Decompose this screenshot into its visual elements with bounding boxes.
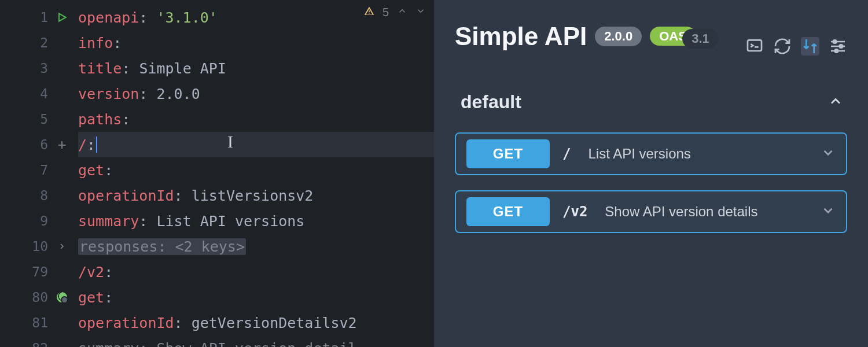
gutter-spacer bbox=[55, 265, 69, 279]
gutter-row: 5 bbox=[0, 106, 78, 132]
http-method-badge: GET bbox=[466, 197, 550, 226]
refresh-icon[interactable] bbox=[773, 37, 792, 56]
operations-list: GET/List API versionsGET/v2Show API vers… bbox=[455, 132, 847, 233]
line-number: 6 bbox=[25, 137, 48, 152]
gutter-row: 82 bbox=[0, 335, 78, 347]
gutter-row: 2 bbox=[0, 30, 78, 56]
gutter-spacer bbox=[55, 87, 69, 101]
gutter-row: 1 bbox=[0, 5, 78, 30]
svg-rect-0 bbox=[748, 40, 762, 51]
terminal-icon[interactable] bbox=[745, 37, 764, 56]
code-line[interactable]: version: 2.0.0 bbox=[78, 81, 434, 106]
gutter-row: 79 bbox=[0, 259, 78, 285]
preview-toolbar bbox=[745, 37, 847, 56]
editor-diagnostics[interactable]: 5 bbox=[364, 6, 426, 19]
chevron-down-icon[interactable] bbox=[821, 203, 836, 220]
code-line[interactable]: summary: List API versions bbox=[78, 208, 434, 234]
gutter-spacer bbox=[55, 341, 69, 347]
code-line[interactable]: info: bbox=[78, 30, 434, 56]
code-line[interactable]: paths: bbox=[78, 106, 434, 132]
code-editor[interactable]: 123456+7891079808182 I openapi: '3.1.0'i… bbox=[0, 0, 434, 347]
oas-version-badge: 3.1 bbox=[682, 29, 719, 49]
settings-sliders-icon[interactable] bbox=[829, 37, 847, 56]
chevron-up-icon bbox=[827, 93, 844, 112]
http-method-badge: GET bbox=[466, 139, 550, 168]
operation-path: /v2 bbox=[562, 204, 587, 220]
gutter-row: 8 bbox=[0, 183, 78, 208]
add-line-icon[interactable]: + bbox=[55, 138, 69, 152]
line-number: 79 bbox=[25, 264, 48, 279]
line-number: 5 bbox=[25, 112, 48, 127]
operation-summary: List API versions bbox=[588, 146, 690, 162]
line-number: 10 bbox=[25, 239, 48, 254]
gutter-row: 80 bbox=[0, 285, 78, 310]
unfold-icon[interactable] bbox=[55, 239, 69, 253]
next-problem-icon[interactable] bbox=[415, 6, 426, 19]
version-badge: 2.0.0 bbox=[595, 27, 642, 46]
line-number: 81 bbox=[25, 315, 48, 330]
operation-row[interactable]: GET/List API versions bbox=[455, 132, 847, 175]
line-number: 7 bbox=[25, 163, 48, 178]
sync-scroll-icon[interactable] bbox=[801, 37, 819, 56]
gutter-spacer bbox=[55, 36, 69, 50]
editor-code-area[interactable]: I openapi: '3.1.0'info: title: Simple AP… bbox=[78, 0, 434, 347]
warnings-count: 5 bbox=[382, 6, 389, 19]
line-number: 82 bbox=[25, 341, 48, 347]
svg-point-2 bbox=[840, 45, 843, 47]
code-line[interactable]: title: Simple API bbox=[78, 56, 434, 81]
svg-point-3 bbox=[835, 49, 838, 52]
gutter-spacer bbox=[55, 163, 69, 177]
chevron-down-icon[interactable] bbox=[821, 145, 836, 163]
warning-icon bbox=[364, 6, 374, 19]
gutter-row: 4 bbox=[0, 81, 78, 106]
run-icon[interactable] bbox=[55, 10, 69, 24]
gutter-row: 3 bbox=[0, 56, 78, 81]
api-preview-panel: Simple API 2.0.0 OAS 3.1 default GET/Lis… bbox=[434, 0, 868, 347]
gutter-row: 7 bbox=[0, 157, 78, 183]
editor-gutter: 123456+7891079808182 bbox=[0, 0, 78, 347]
line-number: 9 bbox=[25, 213, 48, 228]
api-title: Simple API bbox=[455, 22, 587, 51]
code-line[interactable]: /: bbox=[78, 132, 434, 157]
code-line[interactable]: summary: Show API version detail bbox=[78, 335, 434, 347]
code-line[interactable]: get: bbox=[78, 157, 434, 183]
code-line[interactable]: operationId: getVersionDetailsv2 bbox=[78, 310, 434, 335]
line-number: 2 bbox=[25, 35, 48, 50]
oas-badge-group: OAS 3.1 bbox=[650, 29, 696, 44]
operation-row[interactable]: GET/v2Show API version details bbox=[455, 190, 847, 233]
line-number: 3 bbox=[25, 61, 48, 76]
code-line[interactable]: operationId: listVersionsv2 bbox=[78, 183, 434, 208]
gutter-spacer bbox=[55, 61, 69, 75]
svg-point-1 bbox=[833, 40, 836, 43]
gutter-row: 81 bbox=[0, 310, 78, 335]
line-number: 4 bbox=[25, 86, 48, 101]
gutter-row: 10 bbox=[0, 234, 78, 259]
endpoint-marker-icon[interactable] bbox=[55, 290, 69, 304]
operation-summary: Show API version details bbox=[605, 204, 757, 220]
tag-name: default bbox=[461, 91, 521, 113]
gutter-spacer bbox=[55, 112, 69, 126]
line-number: 1 bbox=[25, 10, 48, 25]
code-line[interactable]: /v2: bbox=[78, 259, 434, 285]
tag-section-header[interactable]: default bbox=[455, 91, 847, 122]
gutter-row: 6+ bbox=[0, 132, 78, 157]
gutter-spacer bbox=[55, 214, 69, 228]
line-number: 80 bbox=[25, 290, 48, 305]
editor-caret bbox=[96, 136, 97, 153]
code-line[interactable]: responses: <2 keys> bbox=[78, 234, 434, 259]
operation-path: / bbox=[562, 146, 571, 162]
gutter-row: 9 bbox=[0, 208, 78, 234]
prev-problem-icon[interactable] bbox=[397, 6, 407, 19]
code-line[interactable]: get: bbox=[78, 285, 434, 310]
gutter-spacer bbox=[55, 189, 69, 202]
gutter-spacer bbox=[55, 316, 69, 330]
line-number: 8 bbox=[25, 188, 48, 203]
